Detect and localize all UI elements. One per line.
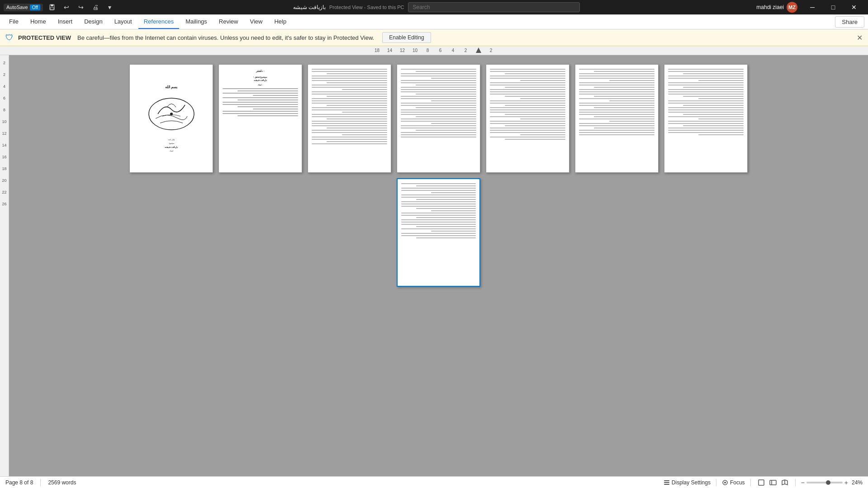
svg-rect-11	[759, 480, 764, 485]
ruler-numbers: 18 14 12 10 8 6 4 2 2	[371, 47, 498, 54]
read-mode-icon[interactable]	[780, 478, 790, 488]
focus-btn[interactable]: Focus	[722, 479, 745, 486]
word-count: 2569 words	[48, 479, 76, 486]
page8-rows	[401, 183, 476, 239]
svg-rect-7	[664, 482, 669, 483]
page-7[interactable]	[664, 64, 748, 173]
focus-icon	[722, 479, 728, 486]
document-title: بازیافت شیشه	[293, 4, 326, 10]
svg-rect-2	[50, 8, 54, 9]
ruler-6: 6	[434, 48, 447, 53]
left-ruler-20: 20	[0, 175, 9, 186]
zoom-in-btn[interactable]: +	[844, 479, 848, 486]
tab-file[interactable]: File	[4, 14, 24, 29]
ribbon: File Home Insert Design Layout Reference…	[0, 14, 868, 29]
tab-insert[interactable]: Insert	[52, 14, 78, 29]
page-3[interactable]	[308, 64, 391, 173]
enable-editing-button[interactable]: Enable Editing	[382, 32, 431, 43]
display-settings-btn[interactable]: Display Settings	[664, 479, 711, 486]
tab-mailings[interactable]: Mailings	[180, 14, 213, 29]
autosave-label: AutoSave	[6, 5, 28, 10]
share-button[interactable]: Share	[835, 16, 864, 28]
user-initials: MZ	[788, 5, 796, 10]
close-button[interactable]: ✕	[844, 0, 864, 14]
left-ruler-16: 16	[0, 151, 9, 163]
page2-rows	[223, 88, 298, 117]
tab-design[interactable]: Design	[79, 14, 108, 29]
document-canvas[interactable]: بسم الله پایان نامه: موضوع:	[9, 55, 868, 476]
left-ruler-26: 26	[0, 198, 9, 210]
page1-bismillah: بسم الله	[165, 85, 177, 90]
left-ruler-6: 6	[0, 92, 9, 104]
page-2[interactable]: : دلفجر موضوع تحقق : بازیافت شیشه : استا…	[218, 64, 302, 173]
zoom-controls: − + 24%	[801, 479, 863, 486]
left-ruler-10: 10	[0, 116, 9, 128]
print-icon[interactable]: 🖨	[89, 1, 102, 14]
calligraphy-svg	[144, 91, 199, 137]
page2-label: : استاد	[223, 84, 298, 86]
protected-message: Be careful—files from the Internet can c…	[77, 34, 374, 41]
view-icons	[756, 478, 790, 488]
ruler-18: 18	[371, 48, 384, 53]
tab-review[interactable]: Review	[213, 14, 244, 29]
ruler-10: 10	[409, 48, 422, 53]
main-area: 2 2 4 6 8 10 12 14 16 18 20 22 26 بسم ال…	[0, 55, 868, 476]
shield-icon: 🛡	[5, 33, 14, 43]
left-ruler-18: 18	[0, 163, 9, 175]
left-ruler-4: 4	[0, 81, 9, 92]
tab-home[interactable]: Home	[25, 14, 52, 29]
svg-point-5	[170, 113, 173, 115]
separator-4	[795, 479, 796, 486]
close-bar-icon[interactable]: ✕	[857, 33, 863, 42]
quick-access-toolbar: ↩ ↪ 🖨 ▾	[46, 1, 116, 14]
page3-rows	[312, 68, 387, 145]
save-icon[interactable]	[46, 1, 58, 14]
left-ruler-14: 14	[0, 139, 9, 151]
maximize-button[interactable]: □	[823, 0, 844, 14]
tab-references[interactable]: References	[138, 14, 179, 29]
second-row	[397, 178, 480, 287]
print-layout-icon[interactable]	[756, 478, 766, 488]
tab-help[interactable]: Help	[269, 14, 292, 29]
svg-rect-1	[51, 5, 53, 6]
focus-label: Focus	[730, 479, 745, 486]
zoom-slider[interactable]	[806, 482, 843, 483]
autosave-btn[interactable]: Off	[30, 5, 40, 10]
search-input[interactable]	[408, 2, 580, 12]
display-settings-label: Display Settings	[672, 479, 711, 486]
page-5[interactable]	[486, 64, 569, 173]
separator-1	[40, 479, 41, 486]
separator-3	[750, 479, 751, 486]
undo-icon[interactable]: ↩	[60, 1, 73, 14]
web-layout-icon[interactable]	[768, 478, 778, 488]
page2-title: : دلفجر	[223, 69, 298, 73]
title-bar-left: AutoSave Off ↩ ↪ 🖨 ▾	[4, 1, 116, 14]
svg-rect-8	[664, 484, 669, 485]
page5-rows	[490, 68, 565, 140]
svg-marker-3	[476, 47, 481, 53]
zoom-handle	[826, 480, 830, 485]
separator-2	[716, 479, 716, 486]
tab-view[interactable]: View	[244, 14, 268, 29]
ribbon-tabs: File Home Insert Design Layout Reference…	[0, 14, 868, 29]
left-ruler-22: 22	[0, 186, 9, 198]
page-6[interactable]	[575, 64, 659, 173]
title-bar: AutoSave Off ↩ ↪ 🖨 ▾ بازیافت شیشه Protec…	[0, 0, 868, 14]
page-4[interactable]	[397, 64, 480, 173]
page-8[interactable]	[397, 178, 480, 287]
user-info: mahdi ziaei MZ	[756, 2, 797, 13]
page6-rows	[579, 68, 655, 136]
minimize-button[interactable]: ─	[802, 0, 823, 14]
search-container[interactable]	[408, 2, 580, 12]
ruler-12: 12	[396, 48, 409, 53]
tab-layout[interactable]: Layout	[109, 14, 138, 29]
user-avatar: MZ	[787, 2, 797, 13]
more-icon[interactable]: ▾	[104, 1, 116, 14]
title-bar-center: بازیافت شیشه Protected View - Saved to t…	[116, 2, 756, 12]
zoom-out-btn[interactable]: −	[801, 479, 805, 486]
autosave-toggle[interactable]: AutoSave Off	[4, 4, 43, 11]
page-1[interactable]: بسم الله پایان نامه: موضوع:	[129, 64, 213, 173]
ruler-8: 8	[422, 48, 434, 53]
redo-icon[interactable]: ↪	[75, 1, 87, 14]
zoom-level: 24%	[852, 479, 863, 486]
